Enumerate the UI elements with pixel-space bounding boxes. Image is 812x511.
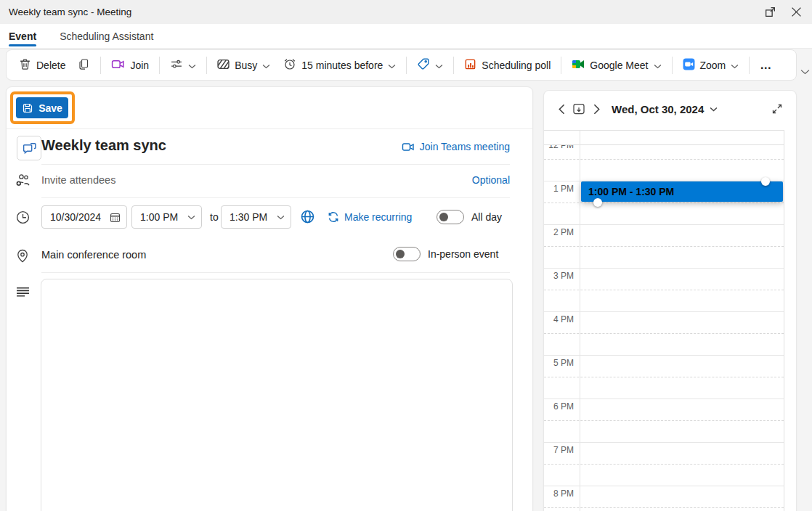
ellipsis-icon: … bbox=[760, 59, 772, 72]
date-picker-field[interactable]: 10/30/2024 bbox=[41, 205, 127, 229]
chevron-down-icon bbox=[435, 60, 443, 71]
location-pin-icon bbox=[14, 247, 31, 264]
end-time-select[interactable]: 1:30 PM bbox=[221, 205, 291, 229]
reminder-button[interactable]: 15 minutes before bbox=[277, 54, 402, 77]
invite-attendees-input[interactable]: Invite attendees bbox=[41, 174, 115, 186]
join-button[interactable]: Join bbox=[105, 54, 155, 77]
delete-button[interactable]: Delete bbox=[12, 54, 72, 77]
calendar-preview-panel: Wed, Oct 30, 2024 1:00 PM - 1:30 PM 12 P… bbox=[543, 90, 797, 511]
hour-label: 5 PM bbox=[544, 358, 574, 368]
hour-line bbox=[544, 398, 784, 399]
hour-label: 1 PM bbox=[544, 184, 574, 194]
divider bbox=[672, 57, 673, 74]
divider bbox=[206, 57, 207, 74]
show-as-busy-button[interactable]: Busy bbox=[211, 54, 277, 77]
join-teams-meeting-link[interactable]: Join Teams meeting bbox=[402, 141, 510, 152]
end-time-value: 1:30 PM bbox=[230, 211, 277, 223]
next-day-chevron-icon[interactable] bbox=[588, 100, 605, 118]
divider bbox=[7, 128, 532, 129]
zoom-button[interactable]: Zoom bbox=[676, 54, 746, 77]
camera-icon bbox=[402, 142, 415, 152]
save-icon bbox=[22, 102, 33, 114]
chevron-down-icon bbox=[654, 60, 662, 71]
tab-event[interactable]: Event bbox=[9, 24, 36, 48]
copy-button[interactable] bbox=[72, 54, 97, 77]
divider bbox=[561, 57, 561, 74]
event-form: Save Weekly team sync Join Teams meeting bbox=[6, 86, 533, 511]
hour-label: 2 PM bbox=[544, 227, 574, 237]
day-grid: 1:00 PM - 1:30 PM 12 PM1 PM2 PM3 PM4 PM5… bbox=[544, 130, 784, 511]
day-grid-scroll[interactable]: 1:00 PM - 1:30 PM 12 PM1 PM2 PM3 PM4 PM5… bbox=[544, 145, 784, 511]
hour-label: 3 PM bbox=[544, 271, 574, 281]
expand-calendar-icon[interactable] bbox=[768, 100, 786, 118]
camera-icon bbox=[111, 58, 125, 73]
toolbar: Delete Join Busy 15 minutes before bbox=[6, 49, 797, 81]
alarm-clock-icon bbox=[283, 57, 296, 73]
half-hour-line bbox=[544, 333, 784, 334]
half-hour-line bbox=[544, 464, 784, 465]
event-title-input[interactable]: Weekly team sync bbox=[41, 137, 166, 154]
options-button[interactable] bbox=[163, 54, 203, 77]
scheduling-poll-button[interactable]: Scheduling poll bbox=[458, 54, 557, 77]
description-lines-icon bbox=[14, 283, 31, 301]
hour-label: 7 PM bbox=[544, 445, 574, 455]
half-hour-line bbox=[544, 377, 784, 377]
divider bbox=[159, 57, 160, 74]
timezone-globe-icon[interactable] bbox=[300, 209, 315, 227]
trash-icon bbox=[19, 58, 31, 73]
clock-icon bbox=[14, 208, 31, 226]
optional-attendees-link[interactable]: Optional bbox=[472, 174, 510, 186]
half-hour-line bbox=[544, 290, 784, 290]
copy-icon bbox=[78, 58, 90, 73]
location-input[interactable]: Main conference room bbox=[41, 249, 146, 261]
recurring-icon bbox=[328, 211, 339, 223]
half-hour-line bbox=[544, 420, 784, 421]
tab-row: Event Scheduling Assistant bbox=[0, 24, 812, 49]
half-hour-line bbox=[544, 203, 784, 203]
hour-line bbox=[544, 311, 784, 312]
popout-icon[interactable] bbox=[763, 5, 777, 20]
toggle-knob bbox=[396, 250, 405, 258]
toolbar-collapse-chevron-icon[interactable] bbox=[798, 65, 811, 78]
hour-line bbox=[544, 442, 784, 443]
google-meet-button[interactable]: Google Meet bbox=[565, 54, 667, 77]
close-icon[interactable] bbox=[789, 5, 803, 20]
description-editor[interactable] bbox=[41, 279, 513, 511]
preview-date-picker[interactable]: Wed, Oct 30, 2024 bbox=[612, 103, 718, 115]
teams-meeting-icon bbox=[17, 136, 41, 160]
chevron-down-icon bbox=[262, 60, 270, 71]
hour-line bbox=[544, 355, 784, 356]
all-day-toggle[interactable] bbox=[437, 210, 464, 224]
title-bar: Weekly team sync - Meeting bbox=[0, 0, 812, 24]
start-time-select[interactable]: 1:00 PM bbox=[131, 205, 202, 229]
half-hour-line bbox=[544, 246, 784, 247]
calendar-preview-header: Wed, Oct 30, 2024 bbox=[544, 97, 796, 120]
prev-day-chevron-icon[interactable] bbox=[553, 100, 570, 118]
google-meet-icon bbox=[572, 59, 585, 72]
more-options-button[interactable]: … bbox=[753, 54, 779, 77]
busy-icon bbox=[217, 59, 230, 72]
chevron-down-icon bbox=[388, 60, 396, 71]
chevron-down-icon bbox=[188, 60, 196, 71]
categorize-button[interactable] bbox=[410, 54, 450, 77]
chevron-down-icon bbox=[731, 60, 739, 71]
resize-handle-bottom[interactable] bbox=[593, 198, 602, 207]
in-person-toggle[interactable] bbox=[393, 247, 421, 261]
chevron-down-icon bbox=[277, 215, 285, 220]
hour-label: 8 PM bbox=[544, 488, 574, 499]
tab-scheduling-assistant[interactable]: Scheduling Assistant bbox=[60, 24, 153, 48]
invite-attendees-icon bbox=[14, 171, 31, 188]
window-title: Weekly team sync - Meeting bbox=[9, 7, 131, 17]
divider bbox=[453, 57, 454, 74]
zoom-icon bbox=[683, 58, 695, 73]
date-value: 10/30/2024 bbox=[50, 211, 110, 223]
save-button[interactable]: Save bbox=[16, 97, 68, 118]
resize-handle-top[interactable] bbox=[761, 177, 770, 186]
tag-icon bbox=[417, 57, 430, 73]
calendar-event-block[interactable]: 1:00 PM - 1:30 PM bbox=[581, 181, 783, 202]
make-recurring-link[interactable]: Make recurring bbox=[328, 211, 412, 223]
divider bbox=[406, 57, 407, 74]
calendar-icon bbox=[110, 212, 121, 223]
divider bbox=[41, 197, 510, 198]
go-to-date-calendar-icon[interactable] bbox=[570, 100, 588, 118]
